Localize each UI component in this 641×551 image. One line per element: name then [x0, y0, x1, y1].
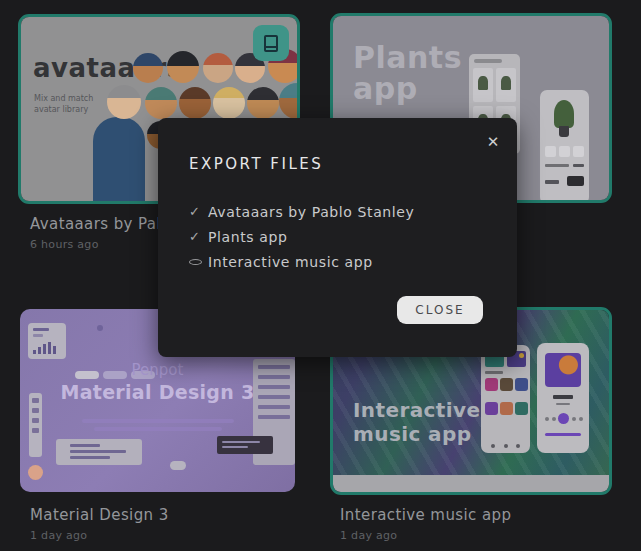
book-icon — [264, 35, 278, 52]
close-button[interactable]: CLOSE — [397, 296, 483, 324]
check-icon: ✓ — [189, 229, 208, 244]
export-file-list: ✓ Avataaars by Pablo Stanley ✓ Plants ap… — [189, 199, 414, 274]
export-item-label: Avataaars by Pablo Stanley — [208, 204, 414, 220]
mini-chart-card — [28, 323, 66, 359]
export-item-exported: ✓ Plants app — [189, 224, 414, 249]
phone-mockup — [540, 90, 589, 200]
file-time-music-app: 1 day ago — [340, 529, 397, 542]
mini-tooltip — [217, 436, 273, 454]
thumbnail-subtitle-lines — [82, 419, 234, 423]
thumbnail-subtitle: Mix and match avatar library — [34, 93, 93, 115]
phone-mockup — [537, 343, 589, 453]
thumbnail-footer-strip — [333, 475, 609, 492]
export-files-modal: ✕ EXPORT FILES ✓ Avataaars by Pablo Stan… — [158, 118, 517, 357]
export-item-exporting: Interactive music app — [189, 249, 414, 274]
fab-circle — [28, 465, 43, 480]
file-time-avataaars: 6 hours ago — [30, 238, 99, 251]
mini-toggle — [170, 461, 186, 470]
file-name-material-design: Material Design 3 — [30, 506, 169, 524]
phone-mockup — [481, 345, 530, 453]
thumbnail-title: Plants app — [353, 42, 462, 104]
export-item-label: Plants app — [208, 229, 287, 245]
penpot-dashboard: avataaars Mix and match avatar library A… — [0, 0, 641, 551]
spinner-icon — [189, 259, 208, 265]
check-icon: ✓ — [189, 204, 208, 219]
thumbnail-title: Interactive music app — [353, 398, 480, 446]
export-item-exported: ✓ Avataaars by Pablo Stanley — [189, 199, 414, 224]
close-icon[interactable]: ✕ — [483, 132, 503, 152]
file-time-material-design: 1 day ago — [30, 529, 87, 542]
mini-card — [56, 439, 142, 465]
shared-library-badge — [253, 25, 289, 61]
modal-title: EXPORT FILES — [189, 155, 323, 173]
export-item-label: Interactive music app — [208, 254, 373, 270]
file-name-music-app: Interactive music app — [340, 506, 511, 524]
